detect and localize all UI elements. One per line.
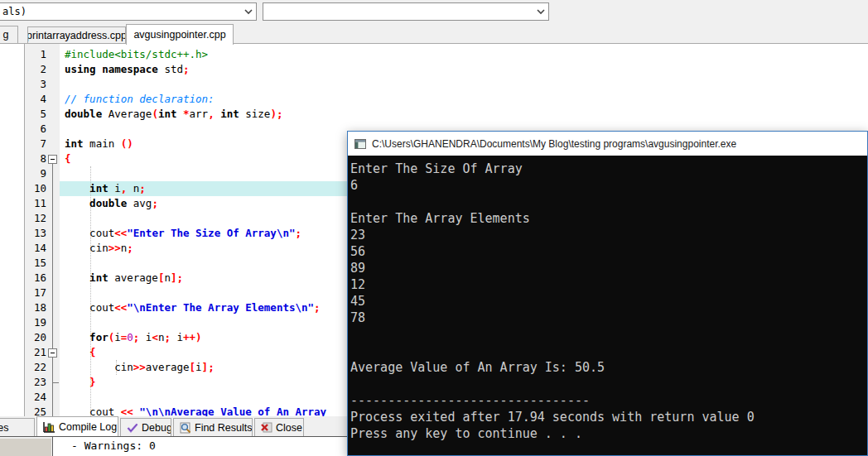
- code-token: <<: [114, 227, 127, 239]
- member-browser-combo[interactable]: [263, 2, 549, 21]
- code-token: {: [89, 346, 96, 358]
- code-line: // function declaration:: [60, 92, 868, 107]
- project-panel[interactable]: [0, 44, 25, 416]
- code-token: "Enter The Size Of Array\n": [127, 227, 295, 239]
- tab-label: avgusingpointer.cpp: [133, 29, 225, 41]
- tab-avgusingpointer[interactable]: avgusingpointer.cpp: [126, 24, 234, 45]
- chevron-down-icon[interactable]: [533, 9, 548, 15]
- code-token: *: [183, 108, 190, 120]
- tab-label: Compile Log: [59, 421, 117, 433]
- tab-printarrayaddress[interactable]: printarrayaddress.cpp: [27, 26, 126, 44]
- code-token: main: [84, 137, 121, 150]
- code-token: ];: [202, 361, 215, 373]
- console-line: Process exited after 17.94 seconds with …: [350, 409, 867, 425]
- code-token: for: [89, 331, 108, 343]
- code-token: n: [127, 182, 139, 194]
- code-token: {: [65, 152, 71, 165]
- code-token: <<: [114, 301, 127, 314]
- code-token: ];: [171, 271, 183, 284]
- code-token: cout: [65, 301, 114, 314]
- tab-find-results[interactable]: Find Results: [173, 418, 253, 436]
- console-line: 12: [350, 276, 867, 293]
- editor-tab-bar: g printarrayaddress.cpp avgusingpointer.…: [0, 22, 868, 44]
- code-token: <: [152, 331, 158, 343]
- code-token: ;: [183, 63, 190, 75]
- code-token: [65, 197, 89, 209]
- console-line: 78: [350, 310, 867, 326]
- console-line: 23: [350, 227, 867, 243]
- code-token: i: [139, 331, 152, 343]
- tab-label: Debug: [142, 422, 171, 434]
- bar-chart-icon: [43, 421, 55, 433]
- tab-resources-partial[interactable]: ources: [0, 418, 35, 436]
- code-token: [: [190, 361, 196, 373]
- code-token: double: [89, 197, 127, 209]
- console-line: 6: [350, 177, 867, 194]
- fold-line: [52, 163, 53, 416]
- code-line: double Average(int *arr, int size);: [60, 107, 868, 122]
- left-dock-tab[interactable]: g: [0, 26, 18, 44]
- console-window[interactable]: C:\Users\GHANENDRA\Documents\My Blog\tes…: [347, 131, 868, 456]
- console-line: [350, 326, 867, 343]
- code-token: cin: [65, 361, 133, 373]
- code-token: i: [195, 361, 202, 373]
- code-line: #include<bits/stdc++.h>: [60, 47, 868, 62]
- console-output[interactable]: Enter The Size Of Array6 Enter The Array…: [348, 156, 867, 455]
- code-token: >>: [108, 242, 121, 254]
- code-token: n: [164, 271, 171, 284]
- code-token: [65, 376, 89, 388]
- code-token: ;: [164, 331, 171, 343]
- code-token: #include<bits/stdc++.h>: [65, 48, 208, 60]
- code-token: average: [146, 361, 190, 373]
- code-token: int: [65, 137, 84, 150]
- ide-window: als) g printarrayaddress.cpp avgusingpoi…: [0, 0, 868, 456]
- code-token: i: [114, 331, 121, 343]
- code-token: i: [171, 331, 183, 343]
- code-token: int: [220, 108, 239, 120]
- fold-collapse-box[interactable]: [48, 155, 57, 164]
- console-line: [350, 376, 867, 392]
- code-token: [65, 346, 89, 358]
- dock-tab-label: g: [3, 29, 9, 41]
- code-token: (: [152, 108, 158, 120]
- code-token: using namespace: [65, 63, 158, 75]
- fold-end-tick: [52, 382, 59, 383]
- code-token: "\nEnter The Array Elements\n": [127, 301, 314, 314]
- console-line: Enter The Array Elements: [350, 210, 867, 227]
- code-token: [65, 271, 89, 284]
- tab-compile-log[interactable]: Compile Log: [36, 416, 118, 436]
- console-line: Press any key to continue . . .: [350, 425, 867, 442]
- toolbar: als): [0, 0, 868, 22]
- code-token: "\n\nAverage Value of An Array: [139, 406, 326, 416]
- combo-value: als): [0, 6, 241, 17]
- console-line: [350, 194, 867, 210]
- tab-debug[interactable]: Debug: [120, 418, 171, 436]
- code-token: cout: [65, 406, 121, 416]
- code-token: int: [89, 182, 108, 194]
- console-line: 56: [350, 243, 867, 260]
- console-title-bar[interactable]: C:\Users\GHANENDRA\Documents\My Blog\tes…: [348, 132, 867, 156]
- code-line: using namespace std;: [60, 62, 868, 77]
- code-token: ;: [139, 182, 146, 194]
- console-line: Enter The Size Of Array: [350, 161, 867, 177]
- tab-close[interactable]: Close: [254, 418, 304, 436]
- search-icon: [180, 422, 191, 434]
- fold-margin[interactable]: [25, 44, 60, 416]
- code-token: int: [158, 108, 177, 120]
- code-token: ;: [295, 227, 301, 239]
- code-token: ,: [208, 108, 215, 120]
- code-token: arr: [190, 108, 209, 120]
- code-line: [60, 77, 868, 92]
- class-browser-combo[interactable]: als): [0, 2, 257, 21]
- chevron-down-icon[interactable]: [241, 9, 256, 15]
- code-token: avg: [127, 197, 152, 209]
- tab-label: ources: [0, 422, 9, 434]
- code-token: size: [239, 108, 271, 120]
- close-icon: [261, 422, 272, 433]
- fold-collapse-box[interactable]: [48, 348, 57, 358]
- report-left-block: [0, 439, 51, 456]
- code-token: int: [89, 271, 108, 284]
- console-line: Average Value of An Array Is: 50.5: [350, 359, 867, 376]
- tab-label: Find Results: [195, 422, 252, 434]
- code-token: ++): [183, 331, 202, 343]
